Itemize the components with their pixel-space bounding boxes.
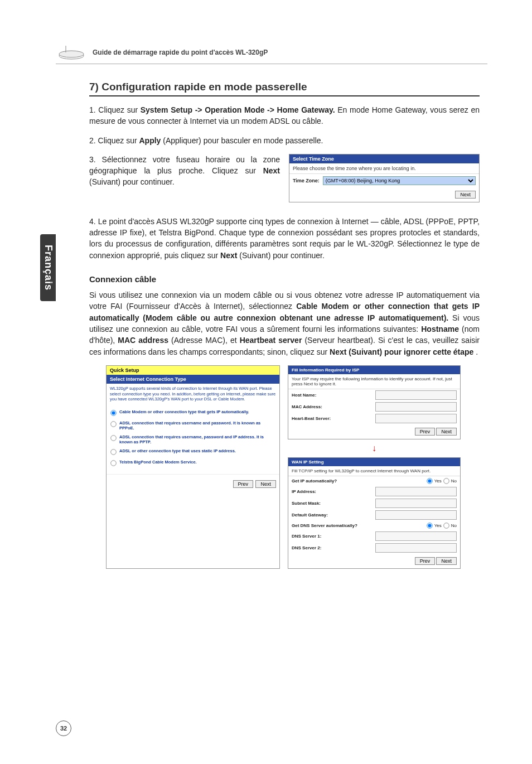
cable-paragraph: Si vous utilisez une connexion via un mo…	[89, 289, 480, 357]
qs-prev-button[interactable]: Prev	[233, 480, 254, 488]
isp-sub: Your ISP may require the following infor…	[288, 374, 460, 389]
language-tab: Français	[40, 234, 56, 301]
wan-f2-1: DNS Server 2:	[292, 545, 321, 550]
tz-select[interactable]: (GMT+08:00) Beijing, Hong Kong	[323, 176, 476, 185]
tz-panel-title: Select Time Zone	[289, 154, 479, 163]
screenshots-row: Quick Setup Select Internet Connection T…	[106, 365, 480, 569]
isp-prev-button[interactable]: Prev	[415, 428, 436, 436]
qs-options: Cable Modem or other connection type tha…	[107, 404, 279, 474]
wan-mask-input[interactable]	[375, 499, 457, 508]
wan-f1-1: Subnet Mask:	[292, 501, 321, 506]
isp-panel: Fill Information Required by ISP Your IS…	[288, 365, 461, 439]
qs-head: Select Internet Connection Type	[107, 375, 279, 384]
content-area: 7) Configuration rapide en mode passerel…	[89, 81, 480, 569]
step-1: 1. Cliquez sur System Setup -> Operation…	[89, 104, 480, 127]
svg-point-1	[59, 51, 84, 57]
wan-prev-button[interactable]: Prev	[415, 557, 436, 565]
page: Guide de démarrage rapide du point d'acc…	[0, 0, 532, 764]
right-column: Fill Information Required by ISP Your IS…	[288, 365, 461, 569]
wan-f2-0: DNS Server 1:	[292, 534, 321, 539]
wan-getdns-label: Get DNS Server automatically?	[292, 523, 357, 528]
header-title: Guide de démarrage rapide du point d'acc…	[93, 49, 268, 56]
wan-getdns-radios: Yes No	[426, 522, 457, 529]
timezone-panel: Select Time Zone Please choose the time …	[289, 154, 480, 202]
step-3: 3. Sélectionnez votre fuseau horaire ou …	[89, 154, 280, 188]
isp-input-host[interactable]	[375, 390, 457, 400]
qs-opt-0[interactable]: Cable Modem or other connection type tha…	[110, 409, 276, 417]
tz-panel-sub: Please choose the time zone where you ar…	[289, 163, 479, 174]
qs-radio-2[interactable]	[110, 435, 116, 441]
wan-getdns-yes[interactable]	[427, 523, 432, 528]
wan-getip-yes[interactable]	[427, 478, 432, 483]
tz-next-button[interactable]: Next	[455, 191, 476, 199]
wan-next-button[interactable]: Next	[436, 557, 457, 565]
wan-f1-0: IP Address:	[292, 489, 316, 494]
qs-radio-1[interactable]	[110, 421, 116, 427]
wan-getip-radios: Yes No	[426, 477, 457, 485]
cable-subhead: Connexion câble	[89, 274, 480, 284]
quick-setup-panel: Quick Setup Select Internet Connection T…	[106, 365, 280, 569]
wan-dns1-input[interactable]	[375, 531, 457, 541]
qs-radio-0[interactable]	[110, 410, 116, 415]
qs-opt-1[interactable]: ADSL connection that requires username a…	[110, 420, 276, 431]
qs-desc: WL320gP supports several kinds of connec…	[107, 384, 279, 404]
isp-input-mac[interactable]	[375, 402, 457, 412]
isp-input-heartbeat[interactable]	[375, 414, 457, 423]
section-title: 7) Configuration rapide en mode passerel…	[89, 81, 480, 96]
wan-title: WAN IP Setting	[288, 458, 460, 466]
isp-title: Fill Information Required by ISP	[288, 366, 460, 374]
wan-getdns-no[interactable]	[443, 523, 449, 528]
qs-opt-4[interactable]: Telstra BigPond Cable Modem Service.	[110, 460, 276, 467]
wan-getip-label: Get IP automatically?	[292, 478, 337, 483]
wan-panel: WAN IP Setting Fill TCP/IP setting for W…	[288, 457, 461, 569]
step-4: 4. Le point d'accès ASUS WL320gP support…	[89, 216, 480, 261]
page-number: 32	[56, 721, 71, 736]
wan-gateway-input[interactable]	[375, 510, 457, 520]
qs-opt-3[interactable]: ADSL or other connection type that uses …	[110, 448, 276, 456]
router-icon	[56, 45, 87, 60]
isp-next-button[interactable]: Next	[436, 428, 457, 436]
tz-label: Time Zone:	[293, 178, 320, 183]
qs-top: Quick Setup	[107, 366, 279, 375]
down-arrow-icon: ↓	[288, 446, 461, 451]
wan-sub: Fill TCP/IP setting for WL320gP to conne…	[288, 466, 460, 476]
page-header: Guide de démarrage rapide du point d'acc…	[56, 45, 487, 64]
wan-getip-no[interactable]	[443, 478, 449, 483]
qs-opt-2[interactable]: ADSL connection that requires username, …	[110, 434, 276, 444]
wan-dns2-input[interactable]	[375, 543, 457, 553]
qs-next-button[interactable]: Next	[255, 480, 276, 488]
qs-radio-3[interactable]	[110, 449, 116, 454]
step-2: 2. Cliquez sur Apply (Appliquer) pour ba…	[89, 135, 480, 146]
qs-radio-4[interactable]	[110, 460, 116, 466]
wan-f1-2: Default Gateway:	[292, 512, 328, 518]
isp-field-0: Host Name:	[292, 393, 316, 398]
step-3-row: 3. Sélectionnez votre fuseau horaire ou …	[89, 154, 480, 202]
isp-field-2: Heart-Beat Server:	[292, 416, 331, 421]
isp-field-1: MAC Address:	[292, 404, 322, 409]
wan-ip-input[interactable]	[375, 487, 457, 496]
